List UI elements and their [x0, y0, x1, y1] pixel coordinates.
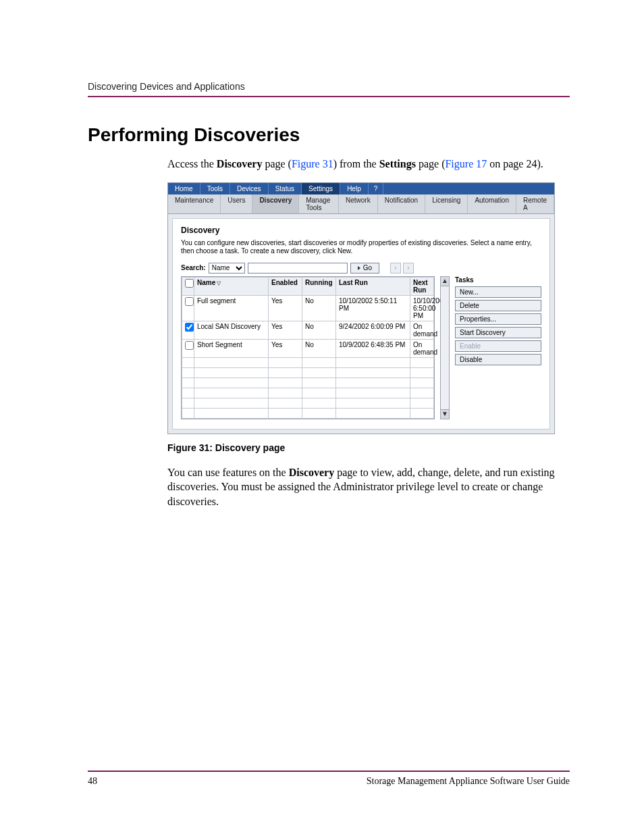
cell-last-run: 10/10/2002 5:50:11 PM — [336, 295, 410, 321]
secondary-tabbar: MaintenanceUsersDiscoveryManage ToolsNet… — [168, 194, 554, 214]
table-row-empty — [182, 388, 434, 398]
subtab-remote-a[interactable]: Remote A — [516, 194, 554, 213]
page-number: 48 — [88, 776, 97, 787]
text-bold: Settings — [379, 158, 416, 170]
tasks-panel: Tasks New...DeleteProperties...Start Dis… — [455, 276, 541, 419]
table-row-empty — [182, 398, 434, 408]
figure-caption: Figure 31: Discovery page — [167, 442, 570, 453]
column-header-last-run[interactable]: Last Run — [336, 277, 410, 295]
go-label: Go — [363, 264, 372, 271]
table-row[interactable]: Full segmentYesNo10/10/2002 5:50:11 PM10… — [182, 295, 434, 321]
select-all-checkbox[interactable] — [185, 279, 194, 288]
text-bold: Discovery — [217, 158, 263, 170]
tab-help[interactable]: Help — [340, 183, 369, 194]
discoveries-table: Name▽EnabledRunningLast RunNext Run Full… — [181, 276, 435, 419]
table-row[interactable]: Short SegmentYesNo10/9/2002 6:48:35 PMOn… — [182, 339, 434, 357]
scroll-up-icon[interactable]: ▲ — [441, 277, 449, 286]
search-bar: Search: Name Go ‹ › — [181, 263, 541, 273]
subtab-notification[interactable]: Notification — [378, 194, 425, 213]
text: Access the — [167, 158, 217, 170]
search-input[interactable] — [248, 263, 348, 273]
table-scrollbar[interactable]: ▲ ▼ — [440, 276, 450, 419]
search-label: Search: — [181, 264, 206, 271]
primary-tabbar: HomeToolsDevicesStatusSettingsHelp? — [168, 183, 554, 194]
pagination-controls: ‹ › — [390, 263, 414, 273]
column-header-next-run[interactable]: Next Run — [410, 277, 434, 295]
page-next-button[interactable]: › — [403, 263, 414, 273]
task-properties-button[interactable]: Properties... — [455, 313, 541, 325]
cell-running: No — [302, 295, 336, 321]
table-row-empty — [182, 357, 434, 367]
table-row-empty — [182, 367, 434, 377]
text: on page 24). — [487, 158, 543, 170]
task-enable-button: Enable — [455, 340, 541, 352]
subtab-discovery[interactable]: Discovery — [252, 194, 299, 213]
subtab-licensing[interactable]: Licensing — [425, 194, 468, 213]
figure-31-link[interactable]: Figure 31 — [292, 158, 333, 170]
cell-running: No — [302, 339, 336, 357]
tab-home[interactable]: Home — [168, 183, 200, 194]
sort-asc-icon: ▽ — [217, 280, 221, 286]
cell-next-run: 10/10/2002 6:50:00 PM — [410, 295, 434, 321]
table-row-empty — [182, 408, 434, 418]
row-checkbox[interactable] — [185, 297, 194, 306]
subtab-users[interactable]: Users — [221, 194, 252, 213]
discovery-page-screenshot: HomeToolsDevicesStatusSettingsHelp? Main… — [167, 182, 555, 434]
go-button[interactable]: Go — [350, 263, 379, 273]
task-new-button[interactable]: New... — [455, 286, 541, 298]
doc-title: Storage Management Appliance Software Us… — [367, 776, 570, 787]
play-icon — [358, 266, 360, 270]
page-prev-button[interactable]: ‹ — [390, 263, 401, 273]
running-head: Discovering Devices and Applications — [88, 81, 570, 97]
subtab-manage-tools[interactable]: Manage Tools — [299, 194, 339, 213]
text: page ( — [416, 158, 446, 170]
figure-17-link[interactable]: Figure 17 — [445, 158, 487, 170]
column-header-enabled[interactable]: Enabled — [269, 277, 302, 295]
cell-last-run: 10/9/2002 6:48:35 PM — [336, 339, 410, 357]
text: You can use features on the — [167, 467, 289, 478]
column-header-name[interactable]: Name▽ — [194, 277, 269, 295]
subtab-automation[interactable]: Automation — [468, 194, 516, 213]
cell-name: Short Segment — [194, 339, 269, 357]
scroll-down-icon[interactable]: ▼ — [441, 409, 449, 419]
row-checkbox[interactable] — [185, 323, 194, 332]
text-bold: Discovery — [289, 467, 335, 478]
text: page ( — [262, 158, 292, 170]
task-delete-button[interactable]: Delete — [455, 300, 541, 311]
cell-next-run: On demand — [410, 321, 434, 339]
cell-last-run: 9/24/2002 6:00:09 PM — [336, 321, 410, 339]
cell-name: Full segment — [194, 295, 269, 321]
search-field-select[interactable]: Name — [209, 263, 245, 273]
followup-paragraph: You can use features on the Discovery pa… — [167, 465, 570, 509]
tab-devices[interactable]: Devices — [230, 183, 269, 194]
panel-description: You can configure new discoveries, start… — [181, 239, 541, 256]
cell-running: No — [302, 321, 336, 339]
tasks-title: Tasks — [455, 276, 541, 284]
section-heading: Performing Discoveries — [88, 124, 570, 146]
select-all-header[interactable] — [182, 277, 194, 295]
cell-next-run: On demand — [410, 339, 434, 357]
task-start-discovery-button[interactable]: Start Discovery — [455, 327, 541, 338]
tab-settings[interactable]: Settings — [302, 183, 340, 194]
row-checkbox[interactable] — [185, 341, 194, 350]
discovery-panel: Discovery You can configure new discover… — [172, 218, 550, 429]
cell-name: Local SAN Discovery — [194, 321, 269, 339]
page-footer: 48 Storage Management Appliance Software… — [88, 771, 570, 787]
text: ) from the — [333, 158, 379, 170]
table-row[interactable]: Local SAN DiscoveryYesNo9/24/2002 6:00:0… — [182, 321, 434, 339]
cell-enabled: Yes — [269, 339, 302, 357]
table-row-empty — [182, 377, 434, 388]
subtab-maintenance[interactable]: Maintenance — [168, 194, 221, 213]
tab-help-icon[interactable]: ? — [369, 183, 384, 194]
subtab-network[interactable]: Network — [339, 194, 378, 213]
intro-paragraph: Access the Discovery page (Figure 31) fr… — [167, 157, 570, 172]
cell-enabled: Yes — [269, 295, 302, 321]
tab-status[interactable]: Status — [269, 183, 302, 194]
cell-enabled: Yes — [269, 321, 302, 339]
tab-tools[interactable]: Tools — [200, 183, 230, 194]
task-disable-button[interactable]: Disable — [455, 354, 541, 365]
column-header-running[interactable]: Running — [302, 277, 336, 295]
panel-title: Discovery — [181, 226, 541, 235]
